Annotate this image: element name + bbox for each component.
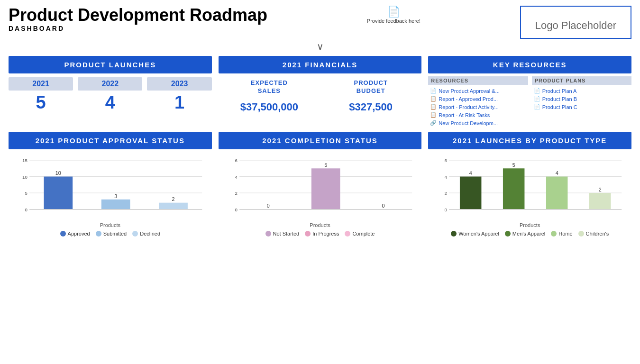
- svg-text:0: 0: [445, 207, 448, 212]
- resource-item-text: Report - Product Activity...: [439, 104, 498, 110]
- legend-label: Children's: [586, 231, 609, 237]
- expected-sales-value: $37,500,000: [219, 97, 320, 117]
- approval-status-panel: 2021 PRODUCT APPROVAL STATUS 0510151032 …: [9, 132, 212, 237]
- plan-file-icon: 📄: [534, 104, 540, 110]
- resource-item[interactable]: 📋Report - Product Activity...: [428, 103, 528, 111]
- resource-file-icon: 📋: [430, 96, 437, 102]
- year-block-2022: 2022 4: [78, 77, 142, 115]
- key-resources-panel: KEY RESOURCES RESOURCES 📄New Product App…: [428, 56, 631, 127]
- legend-item: Approved: [60, 231, 90, 237]
- legend-label: Approved: [68, 231, 90, 237]
- plan-item[interactable]: 📄Product Plan B: [532, 95, 631, 103]
- year-label: 2021: [9, 77, 73, 91]
- svg-text:0: 0: [382, 203, 384, 209]
- page-title: Product Development Roadmap: [9, 6, 267, 25]
- svg-text:2: 2: [599, 187, 602, 192]
- svg-text:0: 0: [235, 207, 238, 212]
- svg-text:0: 0: [267, 203, 270, 209]
- launches-header: PRODUCT LAUNCHES: [9, 56, 212, 73]
- resource-file-icon: 📋: [430, 104, 437, 110]
- legend-color-dot: [132, 231, 138, 237]
- product-budget-value: $327,500: [320, 97, 421, 117]
- legend-color-dot: [96, 231, 101, 237]
- financials-inner: EXPECTEDSALES $37,500,000 PRODUCTBUDGET …: [219, 77, 422, 117]
- svg-text:4: 4: [556, 170, 558, 176]
- svg-text:0: 0: [25, 207, 27, 212]
- completion-x-label: Products: [219, 222, 422, 228]
- resource-file-icon: 🔗: [430, 120, 437, 126]
- resource-item[interactable]: 📋Report - At Risk Tasks: [428, 111, 528, 119]
- chevron-down-icon: ∨: [9, 41, 631, 52]
- resource-file-icon: 📋: [430, 112, 437, 118]
- legend-item: Home: [551, 231, 572, 237]
- svg-rect-12: [159, 203, 188, 209]
- legend-label: Submitted: [103, 231, 127, 237]
- plan-item-text: Product Plan C: [542, 104, 577, 110]
- resource-item-text: Report - At Risk Tasks: [439, 112, 490, 118]
- approval-legend: ApprovedSubmittedDeclined: [9, 231, 212, 237]
- product-launches-panel: PRODUCT LAUNCHES 2021 52022 42023 1: [9, 56, 212, 127]
- plans-col: PRODUCT PLANS 📄Product Plan A📄Product Pl…: [532, 76, 631, 127]
- svg-text:10: 10: [22, 174, 27, 180]
- resource-item[interactable]: 📋Report - Approved Prod...: [428, 95, 528, 103]
- legend-item: Not Started: [265, 231, 300, 237]
- svg-rect-24: [311, 168, 340, 209]
- plan-item-text: Product Plan B: [542, 96, 577, 102]
- resources-col-header: RESOURCES: [428, 76, 528, 85]
- svg-text:6: 6: [445, 158, 447, 163]
- svg-rect-36: [460, 177, 482, 209]
- year-block-2021: 2021 5: [9, 77, 73, 115]
- legend-color-dot: [578, 231, 584, 237]
- svg-text:2: 2: [235, 191, 237, 196]
- launches-by-type-panel: 2021 LAUNCHES BY PRODUCT TYPE 02464542 P…: [428, 132, 631, 237]
- svg-rect-10: [101, 200, 130, 209]
- approval-chart-container: 0510151032 Products: [9, 153, 212, 229]
- resources-header: KEY RESOURCES: [428, 56, 631, 73]
- svg-text:2: 2: [172, 196, 175, 202]
- resources-inner: RESOURCES 📄New Product Approval &...📋Rep…: [428, 76, 631, 127]
- svg-text:4: 4: [469, 170, 472, 176]
- year-label: 2023: [147, 77, 211, 91]
- completion-status-panel: 2021 COMPLETION STATUS 0246050 Products …: [219, 132, 422, 237]
- svg-text:10: 10: [55, 170, 61, 176]
- svg-text:15: 15: [22, 158, 27, 163]
- legend-label: Home: [558, 231, 572, 237]
- plan-file-icon: 📄: [534, 88, 540, 94]
- expected-sales-block: EXPECTEDSALES $37,500,000: [219, 77, 320, 117]
- svg-rect-8: [44, 177, 73, 209]
- resource-item-text: Report - Approved Prod...: [439, 96, 498, 102]
- completion-header: 2021 COMPLETION STATUS: [219, 132, 422, 149]
- legend-label: Not Started: [273, 231, 300, 237]
- feedback-text[interactable]: Provide feedback here!: [367, 18, 421, 24]
- resource-item-text: New Product Developm...: [439, 120, 498, 126]
- year-value: 1: [147, 91, 211, 115]
- legend-color-dot: [60, 231, 66, 237]
- svg-text:2: 2: [445, 191, 447, 196]
- legend-color-dot: [305, 231, 311, 237]
- svg-rect-38: [503, 168, 525, 209]
- launches-type-chart-container: 02464542 Products: [428, 153, 631, 229]
- page-subtitle: DASHBOARD: [9, 25, 267, 32]
- product-budget-block: PRODUCTBUDGET $327,500: [320, 77, 421, 117]
- logo-placeholder: Logo Placeholder: [520, 6, 631, 39]
- resource-item[interactable]: 🔗New Product Developm...: [428, 119, 528, 127]
- svg-text:5: 5: [25, 191, 27, 196]
- svg-text:5: 5: [324, 162, 327, 168]
- resource-item[interactable]: 📄New Product Approval &...: [428, 87, 528, 95]
- approval-x-label: Products: [9, 222, 212, 228]
- feedback-icon: 📄: [367, 6, 421, 18]
- legend-label: Men's Apparel: [512, 231, 545, 237]
- plan-item[interactable]: 📄Product Plan A: [532, 87, 631, 95]
- svg-text:4: 4: [445, 174, 448, 180]
- legend-label: Complete: [352, 231, 375, 237]
- resource-file-icon: 📄: [430, 88, 437, 94]
- completion-chart-svg: 0246050: [219, 153, 422, 219]
- legend-item: Women's Apparel: [451, 231, 499, 237]
- legend-item: Declined: [132, 231, 160, 237]
- legend-label: Declined: [140, 231, 160, 237]
- svg-text:5: 5: [512, 162, 515, 168]
- plans-col-header: PRODUCT PLANS: [532, 76, 631, 85]
- year-label: 2022: [78, 77, 142, 91]
- legend-color-dot: [345, 231, 350, 237]
- plan-item[interactable]: 📄Product Plan C: [532, 103, 631, 111]
